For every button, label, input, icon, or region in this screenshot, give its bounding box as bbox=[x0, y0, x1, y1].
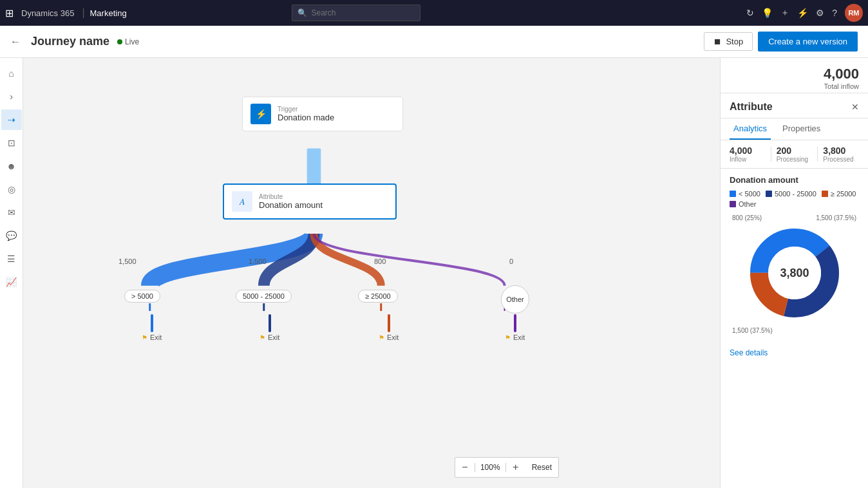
legend-dot-5000 bbox=[766, 191, 772, 197]
zoom-level: 100% bbox=[475, 463, 506, 472]
branch-5000-25000[interactable]: 5000 - 25000 bbox=[236, 290, 292, 303]
create-version-button[interactable]: Create a new version bbox=[758, 32, 858, 52]
plus-icon[interactable]: ＋ bbox=[780, 7, 789, 19]
search-bar[interactable]: 🔍 bbox=[292, 5, 420, 21]
canvas: ⚡ Trigger Donation made 4,000 𝐴 Attribut… bbox=[23, 58, 720, 488]
sidebar-item-home[interactable]: ⌂ bbox=[1, 63, 22, 84]
back-button[interactable]: ← bbox=[10, 36, 21, 48]
metric-inflow-value: 4,000 bbox=[730, 145, 766, 156]
zoom-in-button[interactable]: + bbox=[506, 458, 525, 477]
branch-other[interactable]: Other bbox=[501, 285, 529, 314]
attribute-node-content: Attribute Donation amount bbox=[259, 193, 323, 210]
branch-ge25000[interactable]: ≥ 25000 bbox=[358, 290, 398, 303]
exit-label-2: Exit bbox=[268, 333, 279, 341]
metric-processing-value: 200 bbox=[777, 145, 813, 156]
attribute-node[interactable]: 𝐴 Attribute Donation amount bbox=[223, 183, 397, 220]
toolbar-right: ⏹ Stop Create a new version bbox=[704, 32, 858, 52]
legend-ge25000: ≥ 25000 bbox=[822, 190, 856, 198]
metric-processing: 200 Processing bbox=[777, 145, 813, 163]
right-panel-header: Attribute ✕ bbox=[721, 93, 868, 118]
live-badge: Live bbox=[117, 37, 139, 46]
legend-label-lt5000: < 5000 bbox=[739, 190, 760, 198]
count-label-3: 800 bbox=[374, 258, 386, 265]
metric-processed-value: 3,800 bbox=[823, 145, 859, 156]
avatar[interactable]: RM bbox=[845, 4, 863, 22]
legend-other: Other bbox=[730, 200, 757, 208]
filter-icon[interactable]: ⚡ bbox=[797, 8, 808, 18]
sidebar-item-segment[interactable]: ⊡ bbox=[1, 133, 22, 153]
app-grid-icon[interactable]: ⊞ bbox=[5, 7, 14, 19]
legend: < 5000 5000 - 25000 ≥ 25000 Other bbox=[730, 190, 859, 208]
donation-title: Donation amount bbox=[730, 175, 859, 185]
legend-label-ge25000: ≥ 25000 bbox=[831, 190, 856, 198]
journey-canvas: ⚡ Trigger Donation made 4,000 𝐴 Attribut… bbox=[23, 58, 720, 488]
exit-icon-2: ⚑ bbox=[259, 334, 265, 341]
trigger-node[interactable]: ⚡ Trigger Donation made bbox=[242, 97, 403, 131]
stop-button[interactable]: ⏹ Stop bbox=[704, 32, 753, 51]
legend-label-other: Other bbox=[739, 200, 757, 208]
metric-processed: 3,800 Processed bbox=[823, 145, 859, 163]
panel-tabs: Analytics Properties bbox=[721, 118, 868, 140]
count-label-4: 0 bbox=[509, 258, 513, 265]
right-panel: 4,000 Total inflow Attribute ✕ Analytics… bbox=[720, 58, 868, 488]
donut-svg: 3,800 bbox=[743, 221, 846, 324]
metric-processing-label: Processing bbox=[777, 156, 813, 163]
exit-label-3: Exit bbox=[387, 333, 399, 341]
sidebar-item-chat[interactable]: 💬 bbox=[1, 225, 22, 246]
legend-dot-other bbox=[730, 201, 736, 207]
donut-label-tl: 800 (25%) bbox=[732, 214, 762, 221]
exit-icon-1: ⚑ bbox=[142, 334, 147, 341]
metric-divider-1 bbox=[771, 147, 771, 162]
toolbar: ← Journey name Live ⏹ Stop Create a new … bbox=[0, 26, 868, 58]
sidebar-item-email[interactable]: ✉ bbox=[1, 202, 22, 223]
live-dot bbox=[117, 39, 122, 44]
svg-text:3,800: 3,800 bbox=[780, 267, 809, 279]
top-nav: ⊞ Dynamics 365 | Marketing 🔍 ↻ 💡 ＋ ⚡ ⚙ ?… bbox=[0, 0, 868, 26]
metric-inflow-label: Inflow bbox=[730, 156, 766, 163]
metric-divider-2 bbox=[817, 147, 818, 162]
close-button[interactable]: ✕ bbox=[851, 102, 859, 112]
main-layout: ⌂ › ⇢ ⊡ ☻ ◎ ✉ 💬 ☰ 📈 bbox=[0, 58, 868, 488]
lightbulb-icon[interactable]: 💡 bbox=[762, 8, 773, 18]
nav-icons: ↻ 💡 ＋ ⚡ ⚙ ? RM bbox=[746, 4, 863, 22]
legend-lt5000: < 5000 bbox=[730, 190, 760, 198]
settings-icon[interactable]: ⚙ bbox=[816, 8, 824, 18]
exit-icon-3: ⚑ bbox=[379, 334, 384, 341]
metric-processed-label: Processed bbox=[823, 156, 859, 163]
exit-node-3: ⚑ Exit bbox=[379, 314, 399, 341]
tab-properties[interactable]: Properties bbox=[778, 118, 824, 140]
live-label: Live bbox=[125, 37, 139, 46]
stats-top: 4,000 Total inflow bbox=[721, 58, 868, 93]
sidebar-item-nav[interactable]: › bbox=[1, 86, 22, 107]
stop-icon: ⏹ bbox=[713, 37, 722, 46]
reset-button[interactable]: Reset bbox=[525, 458, 558, 477]
metric-inflow: 4,000 Inflow bbox=[730, 145, 766, 163]
legend-dot-ge25000 bbox=[822, 191, 828, 197]
sidebar-item-journey[interactable]: ⇢ bbox=[1, 109, 22, 130]
trigger-label: Trigger bbox=[278, 106, 334, 113]
sidebar-item-analytics[interactable]: 📈 bbox=[1, 272, 22, 292]
donut-container: 800 (25%) 1,500 (37.5%) bbox=[730, 214, 859, 334]
tab-analytics[interactable]: Analytics bbox=[730, 118, 771, 140]
refresh-icon[interactable]: ↻ bbox=[746, 8, 754, 18]
donut-label-tr: 1,500 (37.5%) bbox=[816, 214, 856, 221]
help-icon[interactable]: ? bbox=[832, 8, 837, 18]
trigger-icon: ⚡ bbox=[250, 104, 271, 124]
donut-label-bottom: 1,500 (37.5%) bbox=[730, 327, 859, 334]
sidebar-item-list[interactable]: ☰ bbox=[1, 249, 22, 269]
inflow-label: Total inflow bbox=[824, 82, 859, 90]
donut-wrapper: 3,800 bbox=[743, 221, 846, 324]
exit-label-1: Exit bbox=[150, 333, 162, 341]
search-input[interactable] bbox=[311, 8, 408, 17]
see-details-link[interactable]: See details bbox=[721, 346, 868, 360]
module-name: Marketing bbox=[90, 8, 127, 18]
legend-5000-25000: 5000 - 25000 bbox=[766, 190, 816, 198]
branch-gt5000[interactable]: > 5000 bbox=[124, 290, 160, 303]
exit-label-4: Exit bbox=[513, 333, 525, 341]
brand-name: Dynamics 365 bbox=[21, 8, 74, 18]
sidebar-item-insights[interactable]: ◎ bbox=[1, 179, 22, 200]
exit-node-4: ⚑ Exit bbox=[505, 314, 525, 341]
panel-title: Attribute bbox=[730, 101, 773, 113]
zoom-out-button[interactable]: − bbox=[455, 458, 475, 477]
sidebar-item-contact[interactable]: ☻ bbox=[1, 156, 22, 176]
